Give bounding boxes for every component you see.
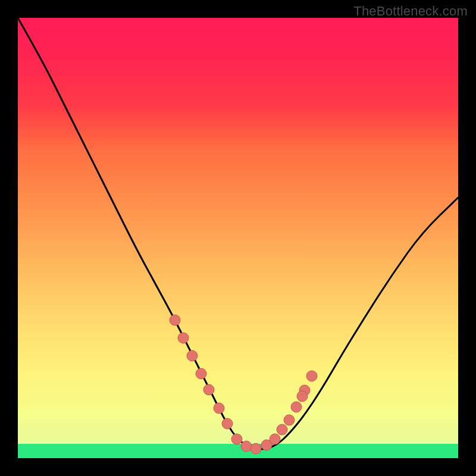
data-point-marker: [214, 403, 224, 414]
data-point-marker: [297, 391, 308, 402]
chart-plot-area: [18, 18, 458, 458]
chart-frame: TheBottleneck.com: [0, 0, 476, 476]
data-point-marker: [170, 315, 180, 325]
data-point-marker: [187, 350, 198, 361]
data-point-marker: [306, 371, 317, 381]
watermark-text: TheBottleneck.com: [353, 4, 468, 19]
bottleneck-curve: [18, 18, 458, 449]
data-point-marker: [222, 418, 233, 429]
data-point-marker: [231, 434, 242, 444]
data-point-marker: [291, 402, 302, 412]
data-point-marker: [178, 333, 189, 343]
chart-svg: [18, 18, 458, 458]
data-point-marker: [203, 384, 214, 395]
data-point-marker: [241, 441, 252, 452]
data-point-marker: [270, 434, 280, 444]
data-point-marker: [196, 368, 206, 379]
data-point-marker: [284, 415, 295, 425]
data-point-marker: [277, 424, 287, 435]
data-point-marker: [250, 443, 261, 454]
